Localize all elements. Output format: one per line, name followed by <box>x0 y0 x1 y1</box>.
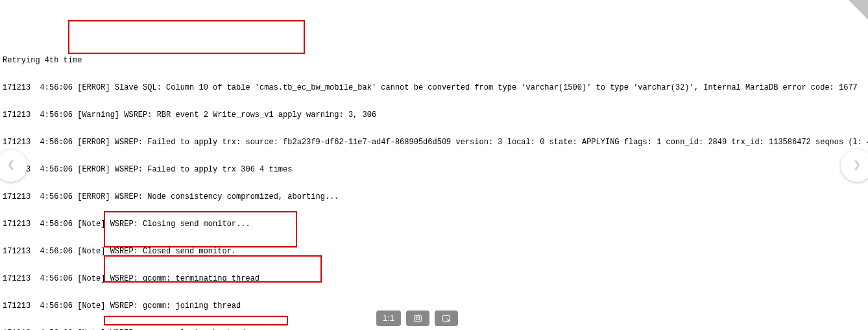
svg-rect-1 <box>416 317 419 320</box>
next-image-button[interactable]: ❯ <box>841 149 868 182</box>
fullscreen-button[interactable] <box>406 311 429 326</box>
log-line: 171213 4:56:06 [Note] WSREP: Closed send… <box>3 247 865 256</box>
log-line: 171213 4:56:06 [Note] WSREP: Closing sen… <box>3 220 865 229</box>
log-line: Retrying 4th time <box>3 56 865 65</box>
chevron-left-icon: ❮ <box>7 161 15 170</box>
chevron-right-icon: ❯ <box>853 161 861 170</box>
log-line: 171213 4:56:06 [Warning] WSREP: RBR even… <box>3 110 865 120</box>
zoom-label: 1:1 <box>383 314 394 323</box>
page-corner-fold <box>849 0 868 19</box>
log-line: 171213 4:56:06 [Note] WSREP: gcomm: join… <box>3 301 865 311</box>
log-line: 171213 4:56:06 [Note] WSREP: gcomm: term… <box>3 274 865 283</box>
log-line: 171213 4:56:06 [ERROR] WSREP: Failed to … <box>3 165 865 174</box>
log-line: 171213 4:56:06 [ERROR] Slave SQL: Column… <box>3 83 865 92</box>
fullscreen-icon <box>413 313 423 324</box>
expand-button[interactable] <box>435 311 458 326</box>
expand-arrow-icon <box>441 313 452 324</box>
log-output: Retrying 4th time 171213 4:56:06 [ERROR]… <box>0 36 868 330</box>
zoom-reset-button[interactable]: 1:1 <box>376 311 401 326</box>
svg-rect-0 <box>415 315 422 321</box>
image-viewer-toolbar: 1:1 <box>376 311 458 326</box>
log-line: 171213 4:56:06 [ERROR] WSREP: Node consi… <box>3 192 865 201</box>
log-line: 171213 4:56:06 [ERROR] WSREP: Failed to … <box>3 138 865 147</box>
